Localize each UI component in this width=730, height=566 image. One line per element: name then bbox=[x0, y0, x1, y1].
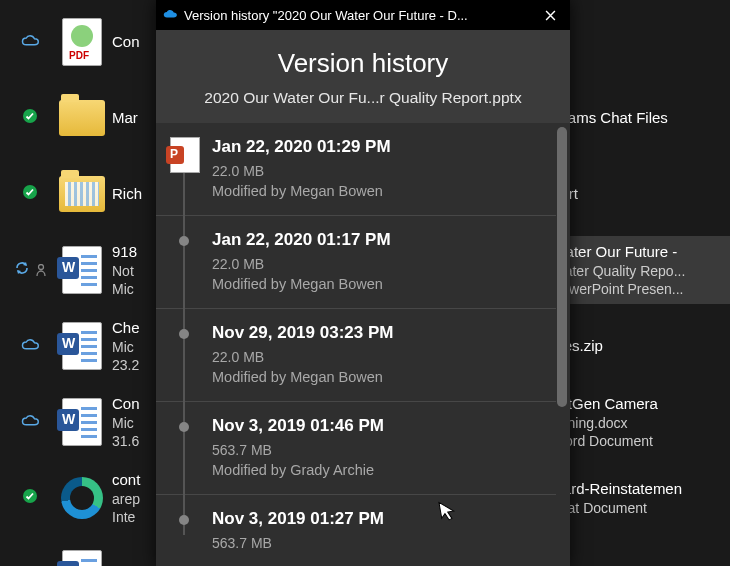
dialog-title-text: Version history "2020 Our Water Our Futu… bbox=[184, 8, 524, 23]
file-right-c: PowerPoint Presen... bbox=[552, 280, 720, 298]
timeline-dot bbox=[179, 515, 189, 525]
version-size: 22.0 MB bbox=[212, 256, 391, 272]
file-right-b: anning.docx bbox=[552, 414, 730, 432]
file-right-a: port bbox=[552, 184, 730, 204]
icon-col bbox=[52, 550, 112, 566]
version-item[interactable]: Nov 3, 2019 01:27 PM 563.7 MB bbox=[156, 495, 556, 566]
version-size: 563.7 MB bbox=[212, 535, 384, 551]
timeline-dot bbox=[179, 329, 189, 339]
folder-icon bbox=[59, 176, 105, 212]
version-datetime: Jan 22, 2020 01:17 PM bbox=[212, 230, 391, 250]
file-right-a: ples.zip bbox=[552, 336, 730, 356]
word-file-icon bbox=[62, 550, 102, 566]
cloud-status-icon bbox=[21, 413, 39, 431]
version-datetime: Jan 22, 2020 01:29 PM bbox=[212, 137, 391, 157]
timeline bbox=[170, 509, 198, 555]
right-col: Card-Reinstatemenobat Document bbox=[542, 479, 730, 517]
word-file-icon bbox=[62, 398, 102, 446]
version-list-container: Jan 22, 2020 01:29 PM 22.0 MB Modified b… bbox=[156, 123, 570, 566]
right-col: extGen Cameraanning.docxWord Document bbox=[542, 394, 730, 450]
right-col: Teams Chat Files bbox=[542, 108, 730, 128]
file-right-a: extGen Camera bbox=[552, 394, 730, 414]
timeline-dot bbox=[179, 422, 189, 432]
timeline bbox=[170, 230, 198, 292]
svg-point-2 bbox=[39, 265, 44, 270]
version-item[interactable]: Nov 3, 2019 01:46 PM 563.7 MB Modified b… bbox=[156, 402, 556, 495]
version-body: Nov 3, 2019 01:27 PM 563.7 MB bbox=[212, 509, 384, 555]
icon-col bbox=[52, 176, 112, 212]
icon-col bbox=[52, 477, 112, 519]
timeline bbox=[170, 323, 198, 385]
status-col bbox=[8, 108, 52, 128]
version-body: Jan 22, 2020 01:17 PM 22.0 MB Modified b… bbox=[212, 230, 391, 292]
icon-col bbox=[52, 398, 112, 446]
version-modified-by: Modified by Grady Archie bbox=[212, 462, 384, 478]
timeline bbox=[170, 137, 198, 199]
dialog-header: Version history 2020 Our Water Our Fu...… bbox=[156, 30, 570, 123]
dialog-titlebar[interactable]: Version history "2020 Our Water Our Futu… bbox=[156, 0, 570, 30]
timeline bbox=[170, 416, 198, 478]
version-body: Nov 29, 2019 03:23 PM 22.0 MB Modified b… bbox=[212, 323, 393, 385]
status-col bbox=[8, 413, 52, 431]
version-datetime: Nov 3, 2019 01:46 PM bbox=[212, 416, 384, 436]
synced-status-icon bbox=[22, 184, 38, 204]
file-right-a: Card-Reinstatemen bbox=[552, 479, 730, 499]
version-modified-by: Modified by Megan Bowen bbox=[212, 369, 393, 385]
right-col: port bbox=[542, 184, 730, 204]
version-size: 22.0 MB bbox=[212, 163, 391, 179]
version-list: Jan 22, 2020 01:29 PM 22.0 MB Modified b… bbox=[156, 123, 570, 566]
version-modified-by: Modified by Megan Bowen bbox=[212, 183, 391, 199]
synced-status-icon bbox=[22, 488, 38, 508]
dialog-heading: Version history bbox=[166, 48, 560, 79]
status-col bbox=[8, 337, 52, 355]
version-size: 563.7 MB bbox=[212, 442, 384, 458]
synced-status-icon bbox=[22, 108, 38, 128]
file-right-b: Water Quality Repo... bbox=[552, 262, 720, 280]
status-col bbox=[8, 488, 52, 508]
version-datetime: Nov 3, 2019 01:27 PM bbox=[212, 509, 384, 529]
word-file-icon bbox=[62, 322, 102, 370]
file-right-c: obat Document bbox=[552, 499, 730, 517]
version-datetime: Nov 29, 2019 03:23 PM bbox=[212, 323, 393, 343]
close-button[interactable] bbox=[530, 0, 570, 30]
version-body: Jan 22, 2020 01:29 PM 22.0 MB Modified b… bbox=[212, 137, 391, 199]
icon-col bbox=[52, 246, 112, 294]
file-right-a: Teams Chat Files bbox=[552, 108, 730, 128]
file-right-a: Water Our Future - bbox=[552, 242, 720, 262]
status-col bbox=[8, 33, 52, 51]
status-col bbox=[8, 184, 52, 204]
icon-col bbox=[52, 18, 112, 66]
file-right-c: Word Document bbox=[552, 432, 730, 450]
folder-icon bbox=[59, 100, 105, 136]
version-item[interactable]: Jan 22, 2020 01:17 PM 22.0 MB Modified b… bbox=[156, 216, 556, 309]
dialog-filename: 2020 Our Water Our Fu...r Quality Report… bbox=[166, 89, 560, 107]
onedrive-icon bbox=[162, 10, 178, 20]
powerpoint-file-icon bbox=[170, 137, 198, 169]
version-modified-by: Modified by Megan Bowen bbox=[212, 276, 391, 292]
pdf-file-icon bbox=[62, 18, 102, 66]
word-file-icon bbox=[62, 246, 102, 294]
version-item[interactable]: Nov 29, 2019 03:23 PM 22.0 MB Modified b… bbox=[156, 309, 556, 402]
version-history-dialog: Version history "2020 Our Water Our Futu… bbox=[156, 0, 570, 566]
cloud-status-icon bbox=[21, 337, 39, 355]
right-col: Water Our Future -Water Quality Repo...P… bbox=[542, 236, 730, 304]
cloud-status-icon bbox=[21, 33, 39, 51]
version-item[interactable]: Jan 22, 2020 01:29 PM 22.0 MB Modified b… bbox=[156, 123, 556, 216]
status-col bbox=[8, 260, 52, 280]
icon-col bbox=[52, 322, 112, 370]
version-body: Nov 3, 2019 01:46 PM 563.7 MB Modified b… bbox=[212, 416, 384, 478]
icon-col bbox=[52, 100, 112, 136]
timeline-dot bbox=[179, 236, 189, 246]
syncing-status-icon bbox=[14, 260, 46, 280]
right-col: ples.zip bbox=[542, 336, 730, 356]
edge-app-icon bbox=[61, 477, 103, 519]
version-size: 22.0 MB bbox=[212, 349, 393, 365]
